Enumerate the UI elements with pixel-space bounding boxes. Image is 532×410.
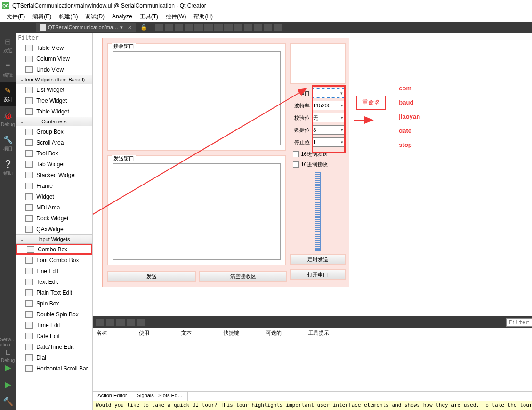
menu-item[interactable]: 帮助(H) [191, 12, 216, 22]
panel-tab[interactable]: Action Editor [93, 392, 132, 401]
form-canvas-wrapper[interactable]: 接收窗口 发送窗口 串口▾波特率115200▾校验位无▾数据位8▾停止位1▾ 1… [93, 33, 532, 316]
widget-item[interactable]: Table Widget [16, 106, 92, 117]
groupbox-top-right[interactable] [290, 43, 346, 84]
mode-item[interactable]: ❔帮助 [0, 155, 16, 180]
widget-item[interactable]: QAxWidget [16, 224, 92, 234]
copy-icon[interactable] [106, 319, 114, 326]
menu-item[interactable]: 编辑(E) [30, 12, 54, 22]
widget-item[interactable]: List Widget [16, 84, 92, 95]
toolbar-btn[interactable] [244, 24, 252, 31]
paste-icon[interactable] [116, 319, 125, 326]
toolbar-btn[interactable] [165, 24, 173, 31]
widget-item[interactable]: Dial [16, 352, 92, 363]
text-edit-send[interactable] [113, 163, 281, 260]
widget-item[interactable]: Font Combo Box [16, 255, 92, 265]
run-button[interactable]: ▶ [0, 359, 16, 376]
widget-category[interactable]: ⌄Input Widgets [16, 234, 92, 244]
widget-item[interactable]: Frame [16, 180, 92, 191]
widget-item[interactable]: Date/Time Edit [16, 341, 92, 352]
widget-item[interactable]: Group Box [16, 126, 92, 137]
widget-item[interactable]: Table View [16, 42, 92, 53]
widget-item[interactable]: MDI Area [16, 202, 92, 213]
toolbar-btn[interactable] [224, 24, 233, 31]
checkbox[interactable] [293, 161, 299, 168]
column-header[interactable]: 名称 [93, 328, 135, 338]
widget-item[interactable]: Widget [16, 191, 92, 202]
widget-item[interactable]: Date Edit [16, 330, 92, 341]
toolbar-btn[interactable] [194, 24, 203, 31]
column-header[interactable]: 文本 [177, 328, 220, 338]
widget-category[interactable]: ⌄Item Widgets (Item-Based) [16, 75, 92, 84]
widget-item[interactable]: Spin Box [16, 298, 92, 309]
widget-item[interactable]: Line Edit [16, 265, 92, 276]
widget-item[interactable]: Combo Box [16, 244, 92, 255]
menu-item[interactable]: Analyze [109, 12, 135, 21]
file-tab[interactable]: QTSerialCommunication/ma… ▾ ✕ [36, 23, 136, 32]
menu-item[interactable]: 文件(F) [4, 12, 28, 22]
toolbar-btn[interactable] [175, 24, 183, 31]
widget-item[interactable]: Double Spin Box [16, 309, 92, 320]
checkbox-row[interactable]: 16进制接收 [290, 160, 346, 169]
widget-category[interactable]: ⌄Containers [16, 117, 92, 126]
vertical-spacer[interactable] [315, 172, 321, 251]
combo-box[interactable]: 1▾ [312, 137, 345, 147]
button-clear[interactable]: 清空接收区 [199, 271, 287, 282]
column-header[interactable]: 工具提示 [305, 328, 347, 338]
chevron-down-icon[interactable]: ⌄ [18, 77, 25, 82]
build-button[interactable]: 🔨 [0, 393, 16, 410]
mode-item[interactable]: 🔧项目 [0, 131, 16, 155]
toolbar-btn[interactable] [274, 24, 282, 31]
menu-item[interactable]: 构建(B) [56, 12, 81, 22]
widget-item[interactable]: Tool Box [16, 148, 92, 159]
toolbar-btn[interactable] [204, 24, 213, 31]
button-send[interactable]: 发送 [107, 271, 196, 282]
widget-item[interactable]: Time Edit [16, 320, 92, 330]
widget-item[interactable]: Text Edit [16, 276, 92, 287]
toolbar-btn[interactable] [254, 24, 262, 31]
column-header[interactable]: 快捷键 [220, 328, 262, 338]
widget-item[interactable]: Horizontal Scroll Bar [16, 363, 92, 374]
delete-icon[interactable] [127, 319, 135, 326]
widget-item[interactable]: Tab Widget [16, 159, 92, 169]
menu-item[interactable]: 工具(T) [137, 12, 161, 22]
mode-item[interactable]: ✎设计 [0, 82, 16, 106]
widget-item[interactable]: Tree Widget [16, 95, 92, 106]
checkbox[interactable] [293, 151, 299, 157]
combo-box[interactable]: ▾ [312, 88, 345, 98]
column-header[interactable]: 使用 [135, 328, 177, 338]
nav-kit[interactable]: Seria…ation 🖥 Debug [0, 340, 16, 359]
widget-item[interactable]: Scroll Area [16, 137, 92, 148]
toolbar-btn[interactable] [185, 24, 193, 31]
run-debug-button[interactable]: ▶ [0, 376, 16, 393]
new-action-icon[interactable] [96, 319, 104, 326]
widget-item[interactable]: Stacked Widget [16, 169, 92, 180]
widget-item[interactable]: Undo View [16, 64, 92, 75]
groupbox-receive[interactable]: 接收窗口 [107, 43, 286, 151]
combo-box[interactable]: 无▾ [312, 113, 345, 122]
close-icon[interactable]: ✕ [128, 24, 132, 31]
toolbar-btn[interactable] [155, 24, 163, 31]
settings-icon[interactable] [137, 319, 145, 326]
panel-filter-input[interactable] [506, 318, 532, 327]
table-body[interactable] [93, 338, 532, 391]
panel-tab[interactable]: Signals _Slots Ed… [132, 392, 188, 401]
widget-item[interactable]: Plain Text Edit [16, 287, 92, 298]
widget-item[interactable]: Dock Widget [16, 213, 92, 224]
button-timed-send[interactable]: 定时发送 [290, 254, 346, 265]
mode-item[interactable]: 🐞Debug [0, 106, 16, 131]
menu-item[interactable]: 调试(D) [82, 12, 107, 22]
chevron-down-icon[interactable]: ⌄ [18, 119, 25, 124]
groupbox-send[interactable]: 发送窗口 [107, 155, 286, 265]
menu-item[interactable]: 控件(W) [163, 12, 189, 22]
mode-item[interactable]: ≡编辑 [0, 57, 16, 82]
dropdown-icon[interactable]: ▾ [120, 24, 123, 31]
widget-filter-input[interactable] [16, 33, 92, 42]
toolbar-btn[interactable] [234, 24, 242, 31]
tour-notification[interactable]: Would you like to take a quick UI tour? … [93, 401, 532, 410]
mode-item[interactable]: ⊞欢迎 [0, 33, 16, 57]
widget-item[interactable]: Column View [16, 53, 92, 64]
text-edit-receive[interactable] [113, 51, 281, 145]
form-canvas[interactable]: 接收窗口 发送窗口 串口▾波特率115200▾校验位无▾数据位8▾停止位1▾ 1… [102, 38, 349, 287]
column-header[interactable]: 可选的 [262, 328, 305, 338]
chevron-down-icon[interactable]: ⌄ [18, 237, 25, 242]
